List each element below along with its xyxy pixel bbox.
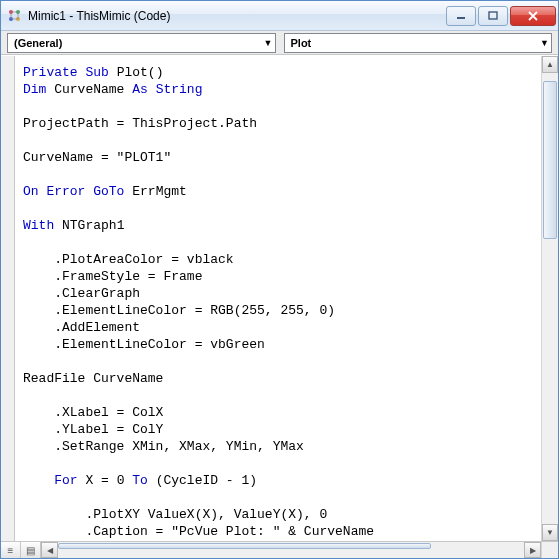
full-module-view-button[interactable]: ▤	[21, 542, 41, 558]
code-editor[interactable]: Private Sub Plot() Dim CurveName As Stri…	[15, 56, 541, 541]
scroll-corner	[541, 542, 558, 558]
scroll-track[interactable]	[58, 542, 524, 558]
procedure-view-button[interactable]: ≡	[1, 542, 21, 558]
bottom-bar: ≡ ▤ ◀ ▶	[1, 541, 558, 558]
scroll-down-button[interactable]: ▼	[542, 524, 558, 541]
scroll-thumb[interactable]	[58, 543, 431, 549]
window-title: Mimic1 - ThisMimic (Code)	[28, 9, 444, 23]
minimize-button[interactable]	[446, 6, 476, 26]
scroll-track[interactable]	[542, 73, 558, 524]
chevron-down-icon: ▼	[264, 38, 273, 48]
procedure-combo[interactable]: Plot ▼	[284, 33, 553, 53]
code-wrap: Private Sub Plot() Dim CurveName As Stri…	[15, 56, 558, 541]
window-frame: Mimic1 - ThisMimic (Code) (General) ▼ Pl…	[0, 0, 559, 559]
object-combo-value: (General)	[14, 37, 62, 49]
window-buttons	[444, 6, 556, 26]
close-button[interactable]	[510, 6, 556, 26]
maximize-button[interactable]	[478, 6, 508, 26]
scroll-thumb[interactable]	[543, 81, 557, 239]
procedure-combo-value: Plot	[291, 37, 312, 49]
horizontal-scrollbar[interactable]: ◀ ▶	[41, 542, 541, 558]
app-icon	[7, 8, 23, 24]
chevron-down-icon: ▼	[540, 38, 549, 48]
scroll-up-button[interactable]: ▲	[542, 56, 558, 73]
work-area: Private Sub Plot() Dim CurveName As Stri…	[1, 55, 558, 541]
object-combo[interactable]: (General) ▼	[7, 33, 276, 53]
titlebar[interactable]: Mimic1 - ThisMimic (Code)	[1, 1, 558, 31]
svg-rect-5	[489, 12, 497, 19]
margin-gutter	[1, 56, 15, 541]
scroll-left-button[interactable]: ◀	[41, 542, 58, 558]
vertical-scrollbar[interactable]: ▲ ▼	[541, 56, 558, 541]
scroll-right-button[interactable]: ▶	[524, 542, 541, 558]
toolbar: (General) ▼ Plot ▼	[1, 31, 558, 55]
